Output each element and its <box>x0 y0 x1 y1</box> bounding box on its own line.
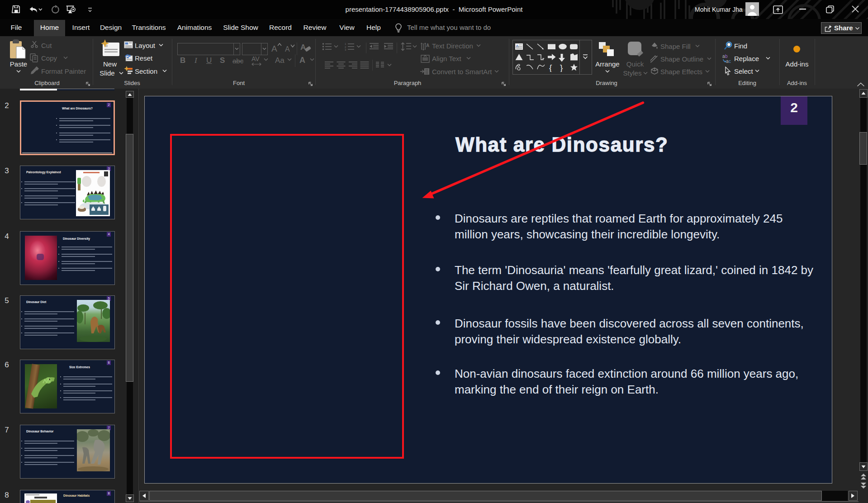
svg-text:{: { <box>549 63 552 72</box>
svg-text:2: 2 <box>345 46 346 48</box>
svg-text:3: 3 <box>345 48 346 51</box>
svg-text:1: 1 <box>345 43 346 45</box>
svg-text:c: c <box>729 59 731 63</box>
svg-text:A: A <box>426 43 429 48</box>
svg-text:}: } <box>560 63 563 72</box>
svg-text:b: b <box>725 54 728 59</box>
